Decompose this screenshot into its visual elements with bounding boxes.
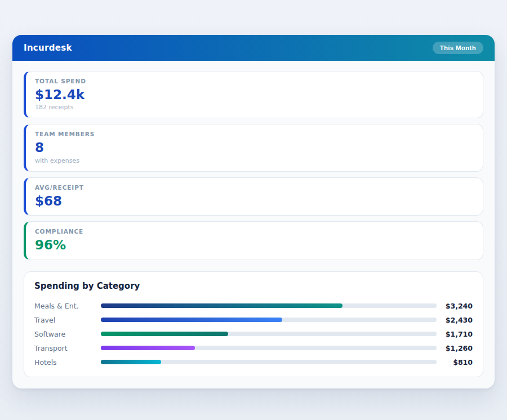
bar-track — [101, 318, 437, 322]
category-label: Hotels — [34, 358, 101, 367]
category-value: $1,260 — [437, 344, 473, 352]
stat-card: TEAM MEMBERS 8 with expenses — [24, 124, 483, 171]
app-title: Incurdesk — [24, 43, 72, 53]
spending-card: Spending by Category Meals & Ent. $3,240… — [24, 271, 483, 377]
dashboard-card: Incurdesk This Month TOTAL SPEND $12.4k … — [12, 35, 495, 388]
category-label: Software — [34, 330, 101, 338]
category-label: Transport — [34, 344, 101, 352]
bar-track — [101, 346, 437, 350]
category-label: Travel — [34, 316, 101, 324]
period-badge[interactable]: This Month — [433, 42, 483, 54]
spending-rows: Meals & Ent. $3,240 Travel $2,430 Softwa… — [34, 299, 473, 369]
category-row: Travel $2,430 — [34, 313, 473, 327]
stat-card: TOTAL SPEND $12.4k 182 receipts — [24, 71, 483, 118]
bar-track — [101, 332, 437, 336]
category-value: $810 — [437, 358, 473, 367]
category-value: $1,710 — [437, 330, 473, 338]
category-row: Software $1,710 — [34, 327, 473, 341]
stat-value: $12.4k — [35, 87, 474, 102]
bar-track — [101, 303, 437, 308]
stat-card: AVG/RECEIPT $68 — [24, 177, 483, 216]
bar-fill — [101, 303, 343, 308]
stat-value: 8 — [35, 140, 474, 155]
category-row: Hotels $810 — [34, 355, 473, 369]
stat-value: $68 — [35, 194, 474, 208]
app-header: Incurdesk This Month — [12, 35, 495, 61]
bar-fill — [101, 332, 228, 336]
bar-track — [101, 360, 437, 364]
category-row: Transport $1,260 — [34, 341, 473, 355]
bar-fill — [101, 360, 161, 364]
spending-title: Spending by Category — [34, 281, 473, 291]
category-value: $2,430 — [437, 316, 473, 324]
bar-fill — [101, 346, 195, 350]
stats-section: TOTAL SPEND $12.4k 182 receipts TEAM MEM… — [24, 71, 483, 260]
bar-fill — [101, 318, 282, 322]
stat-label: TEAM MEMBERS — [35, 131, 474, 137]
stat-label: AVG/RECEIPT — [35, 184, 474, 191]
stat-sub: with expenses — [35, 157, 474, 164]
stat-label: TOTAL SPEND — [35, 78, 474, 84]
category-row: Meals & Ent. $3,240 — [34, 299, 473, 313]
category-label: Meals & Ent. — [34, 302, 101, 310]
stat-value: 96% — [35, 238, 474, 252]
stat-card: COMPLIANCE 96% — [24, 221, 483, 260]
app-body: TOTAL SPEND $12.4k 182 receipts TEAM MEM… — [12, 61, 495, 388]
stat-sub: 182 receipts — [35, 104, 474, 111]
stat-label: COMPLIANCE — [35, 228, 474, 235]
category-value: $3,240 — [437, 302, 473, 310]
